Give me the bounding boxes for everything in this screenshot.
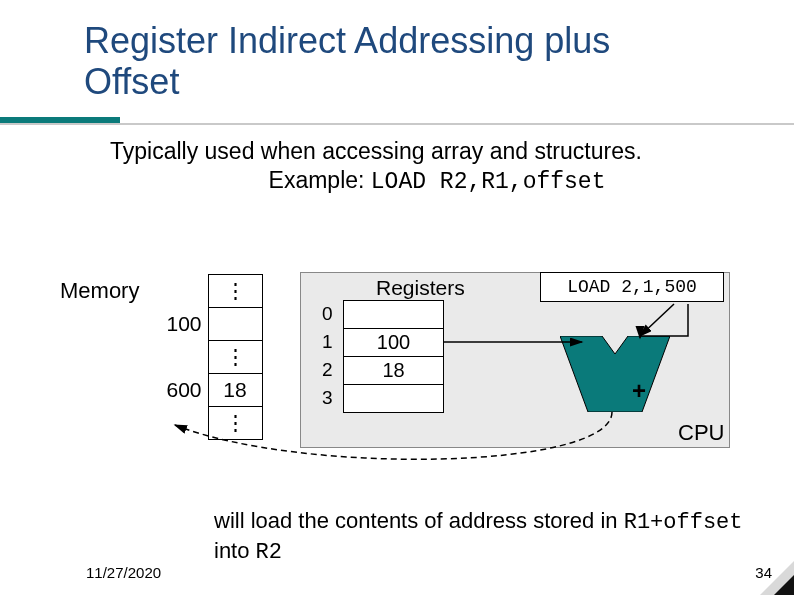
explanation-text: will load the contents of address stored… [214, 507, 774, 566]
body-line-2: Example: LOAD R2,R1,offset [110, 166, 764, 197]
cpu-label: CPU [678, 420, 724, 446]
reg-idx-1: 1 [322, 328, 333, 356]
reg-idx-0: 0 [322, 300, 333, 328]
plus-symbol: + [632, 377, 646, 405]
memory-cell-4: ⋮ [208, 407, 262, 440]
example-label: Example: [269, 167, 371, 193]
title-rule [0, 113, 794, 127]
memory-label: Memory [60, 278, 139, 304]
explain-pre: will load the contents of address stored… [214, 508, 624, 533]
memory-addr-0 [154, 275, 208, 308]
memory-cell-2: ⋮ [208, 341, 262, 374]
reg-val-1: 100 [344, 329, 444, 357]
reg-val-3 [344, 385, 444, 413]
register-indices: 0 1 2 3 [322, 300, 333, 412]
title-line-1: Register Indirect Addressing plus [84, 20, 610, 61]
memory-addr-1: 100 [154, 308, 208, 341]
explain-code-1: R1+offset [624, 510, 743, 535]
body-line-1: Typically used when accessing array and … [110, 137, 764, 166]
title-line-2: Offset [84, 61, 179, 102]
page-curl-icon [760, 561, 794, 595]
reg-val-2: 18 [344, 357, 444, 385]
adder-shape [560, 336, 670, 412]
memory-addr-4 [154, 407, 208, 440]
reg-val-0 [344, 301, 444, 329]
explain-mid: into [214, 538, 256, 563]
memory-addr-3: 600 [154, 374, 208, 407]
registers-label: Registers [376, 276, 465, 300]
memory-cell-3: 18 [208, 374, 262, 407]
diagram-area: Memory ⋮ 100 ⋮ 60018 ⋮ Registers 0 1 2 3… [60, 262, 740, 482]
reg-idx-2: 2 [322, 356, 333, 384]
example-code: LOAD R2,R1,offset [371, 169, 606, 195]
reg-idx-3: 3 [322, 384, 333, 412]
divider [0, 123, 794, 125]
instruction-text: LOAD 2,1,500 [567, 277, 697, 297]
registers-table: 100 18 [343, 300, 444, 413]
explain-code-2: R2 [256, 540, 282, 565]
instruction-box: LOAD 2,1,500 [540, 272, 724, 302]
footer-date: 11/27/2020 [86, 564, 161, 581]
svg-marker-0 [560, 336, 670, 412]
memory-table: ⋮ 100 ⋮ 60018 ⋮ [154, 274, 263, 440]
slide-title: Register Indirect Addressing plus Offset [0, 0, 794, 113]
memory-addr-2 [154, 341, 208, 374]
body-text: Typically used when accessing array and … [0, 127, 794, 197]
memory-cell-1 [208, 308, 262, 341]
memory-cell-0: ⋮ [208, 275, 262, 308]
